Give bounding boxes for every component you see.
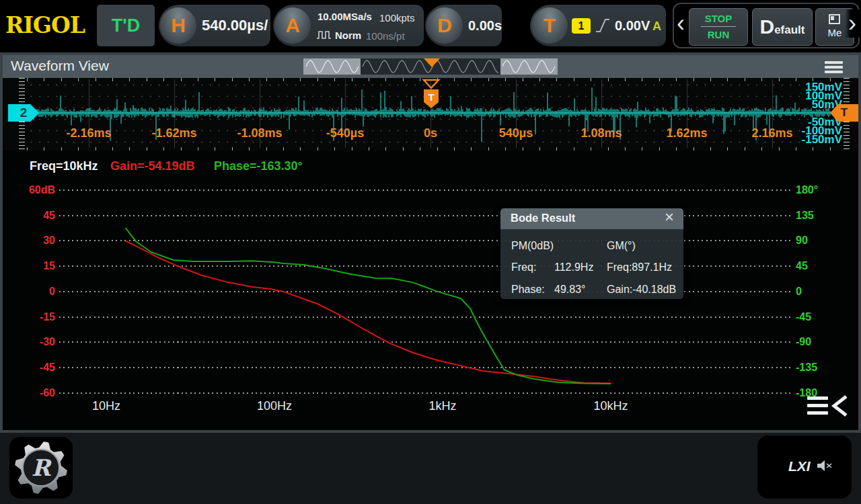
pulse-icon [316,29,332,41]
pm-freq-label: Freq: [511,261,536,274]
freq-axis-label: 100Hz [251,399,298,413]
delay-badge: D [426,7,463,44]
trigger-status-indicator: T'D [97,5,155,46]
time-label: -1.62ms [144,126,204,140]
collapse-menu-icon[interactable] [807,396,850,417]
lxi-status-panel: LXI [757,435,852,499]
menu-window-icon [828,13,841,26]
time-label: -540µs [315,126,375,140]
bode-gridline [59,367,792,368]
rigol-knob-panel[interactable]: R [9,437,73,499]
gain-axis-label: 15 [19,260,55,272]
pm-freq-value: 112.9Hz [554,261,593,274]
gm-freq-value: Freq:897.1Hz [607,261,672,274]
phase-axis-label: 180° [796,184,818,196]
freq-axis-label: 10Hz [83,399,130,413]
default-label-cap: D [759,15,774,38]
delay-cluster[interactable]: D 0.00s [425,5,502,46]
phase-axis-label: 0 [796,286,802,298]
trigger-level: 0.00V [615,18,650,34]
rigol-gear-logo-icon: R [13,440,69,495]
stop-label: STOP [689,13,747,24]
bode-gridline [59,190,792,191]
trigger-cluster[interactable]: T 1 0.00V A [530,5,666,46]
phase-axis-label: 90 [796,235,808,247]
waveform-view-header: Waveform View [3,55,858,78]
gain-axis-label: 45 [19,210,55,222]
svg-text:R: R [32,454,52,481]
gm-header: GM(°) [607,240,636,252]
phase-axis-label: 45 [796,260,808,272]
default-button[interactable]: Default [752,8,813,46]
trigger-badge: T [531,7,568,44]
horizontal-cluster[interactable]: H 540.00µs/ [159,5,270,46]
bode-result-popup: Bode Result × PM(0dB) GM(°) Freq: 112.9H… [500,208,683,299]
phase-axis-label: -45 [796,311,811,323]
memory-depth: 100kpts [379,12,415,24]
gm-gain-value: Gain:-40.18dB [607,284,676,296]
acquire-mode: Norm [335,30,361,41]
bode-gridline [59,317,792,318]
popup-close-icon[interactable]: × [665,208,674,226]
pm-phase-label: Phase: [511,284,545,296]
gain-axis-label: 60dB [19,184,55,196]
freq-axis-label: 1kHz [419,399,466,413]
gain-axis-label: -15 [19,311,55,323]
toolbar-button-group: ‹ STOP RUN Default Me › [673,3,860,48]
time-label: 1.08ms [571,126,632,140]
waveform-view-title: Waveform View [11,58,109,74]
bottom-status-bar: R 1 50.00mV/ 0.00V 2 50.00mV/ 0.00V 3 50… [0,433,861,504]
phase-axis-label: -90 [796,336,811,348]
default-label-rest: efault [774,24,804,36]
time-label: -1.08ms [229,126,290,140]
pm-header: PM(0dB) [511,240,554,252]
time-label: 0s [400,126,461,140]
volt-label: -150mV [783,133,842,146]
gain-axis-label: -60 [19,387,55,399]
time-label: 1.62ms [657,126,717,140]
trigger-source-badge: 1 [572,18,591,34]
gain-axis-label: 0 [19,286,55,298]
next-page-chevron[interactable]: › [845,9,860,38]
time-label: 540µs [486,126,546,140]
stop-run-button[interactable]: STOP RUN [689,8,748,46]
bode-gridline [59,341,792,343]
gain-axis-label: -45 [19,362,55,374]
delay-value: 0.00s [468,18,502,34]
waveform-minimap[interactable] [303,57,558,76]
prev-page-chevron[interactable]: ‹ [677,9,685,38]
gain-axis-label: 30 [19,235,55,247]
waveform-strip[interactable]: -2.16ms-1.62ms-1.08ms-540µs0s540µs1.08ms… [3,78,858,151]
bode-result-popup-header[interactable]: Bode Result × [500,208,683,229]
acquire-cluster[interactable]: A 10.00MSa/s 100kpts Norm 100ns/pt [273,5,424,46]
bode-result-popup-body: PM(0dB) GM(°) Freq: 112.9Hz Freq:897.1Hz… [500,229,683,299]
phase-axis-label: -135 [796,362,817,374]
phase-axis-label: 135 [796,210,814,222]
bode-result-title: Bode Result [511,212,575,224]
menu-hamburger-icon[interactable] [825,61,843,73]
gain-axis-label: -30 [19,336,55,348]
time-label: -2.16ms [59,126,119,140]
freq-axis-label: 10kHz [587,399,634,413]
rising-edge-icon [595,16,611,35]
horizontal-scale: 540.00µs/ [202,17,268,34]
sample-rate: 10.00MSa/s [317,11,372,22]
bode-readout-gain: Gain=-54.19dB [110,159,195,173]
lxi-label: LXI [788,458,811,474]
stop-run-divider [701,26,736,27]
horizontal-badge: H [160,7,196,44]
trigger-auto-status: A [652,19,661,34]
bode-readout-freq: Freq=10kHz [30,159,98,173]
oscilloscope-screen: RIGOL T'D H 540.00µs/ A 10.00MSa/s 100kp… [0,0,861,504]
run-label: RUN [689,29,747,40]
sample-resolution: 100ns/pt [366,30,405,42]
bode-gridline [59,392,792,394]
rigol-logo: RIGOL [5,12,86,39]
bode-readout-phase: Phase=-163.30° [214,159,303,173]
acquire-badge: A [274,7,311,44]
pm-phase-value: 49.83° [554,284,585,296]
trigger-position-triangle-icon[interactable] [422,79,441,89]
speaker-muted-icon[interactable] [817,458,834,473]
